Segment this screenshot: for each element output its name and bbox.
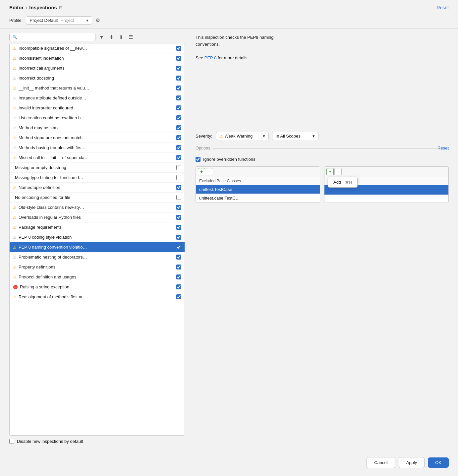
apply-button[interactable]: Apply (399, 457, 425, 468)
inspection-item[interactable]: ⚠Method signature does not match (10, 133, 185, 143)
inspection-checkbox[interactable] (176, 155, 181, 160)
inspection-checkbox[interactable] (176, 274, 181, 279)
search-input[interactable] (19, 34, 92, 39)
filter-button[interactable]: ▼ (97, 33, 106, 41)
inspection-item[interactable]: ⛔Raising a string exception (10, 282, 185, 292)
inspection-item[interactable]: ⚠Package requirements (10, 222, 185, 232)
inspection-checkbox[interactable] (176, 294, 181, 299)
inspection-checkbox[interactable] (176, 195, 181, 200)
inspection-item[interactable]: ⚠Overloads in regular Python files (10, 212, 185, 222)
inspection-checkbox[interactable] (176, 56, 181, 61)
inspection-item[interactable]: ⚠Invalid interpreter configured (10, 103, 185, 113)
add-excluded-button[interactable]: + (198, 168, 205, 175)
options-reset-button[interactable]: Reset (437, 146, 449, 150)
excluded-table-header: Excluded Base Classes (196, 177, 320, 185)
inspection-item[interactable]: ⚠Incompatible signatures of __new… (10, 43, 185, 53)
search-input-wrap[interactable]: 🔍 (9, 33, 95, 41)
breadcrumb-current: Inspections (29, 5, 57, 10)
inspection-checkbox[interactable] (176, 235, 181, 240)
inspection-item-label: Protocol definition and usages (19, 274, 176, 279)
inspection-item[interactable]: ⚠Instance attribute defined outside… (10, 93, 185, 103)
inspection-checkbox[interactable] (176, 105, 181, 110)
disable-new-inspections-checkbox[interactable] (9, 439, 14, 444)
inspection-checkbox[interactable] (176, 225, 181, 230)
inspection-item-label: Inconsistent indentation (19, 56, 176, 61)
add-ignored-button[interactable]: + (326, 168, 334, 175)
filter-icon: ▼ (99, 34, 104, 40)
inspection-checkbox[interactable] (176, 265, 181, 269)
inspection-checkbox[interactable] (176, 76, 181, 81)
profile-select[interactable]: Project Default Project ▾ (26, 16, 92, 25)
warn-icon: ⚠ (13, 275, 17, 279)
inspection-item[interactable]: ⚠PEP 8 naming convention violatio… (10, 242, 185, 252)
inspection-item[interactable]: ⚠Incorrect docstring (10, 73, 185, 83)
inspection-item[interactable]: ⚠Namedtuple definition (10, 183, 185, 193)
inspection-checkbox[interactable] (176, 86, 181, 90)
inspection-checkbox[interactable] (176, 46, 181, 51)
menu-button[interactable]: ☰ (127, 33, 135, 41)
warn-icon: ⚠ (13, 245, 17, 250)
remove-excluded-button[interactable]: − (206, 168, 213, 175)
excluded-table-toolbar: + − (196, 167, 320, 177)
inspection-checkbox[interactable] (176, 165, 181, 170)
inspection-item[interactable]: ⚠Inconsistent indentation (10, 53, 185, 63)
remove-ignored-button[interactable]: − (334, 168, 342, 175)
inspection-item[interactable]: ⚠Reassignment of method's first ar… (10, 292, 185, 302)
breadcrumb-editor[interactable]: Editor (9, 5, 24, 10)
inspection-item[interactable]: No encoding specified for file (10, 193, 185, 203)
inspection-item-label: PEP 8 naming convention violatio… (19, 245, 176, 250)
cancel-button[interactable]: Cancel (367, 457, 395, 468)
warn-icon: ⚠ (13, 235, 17, 240)
inspection-checkbox[interactable] (176, 95, 181, 100)
inspection-item[interactable]: ⚠Problematic nesting of decorators… (10, 252, 185, 262)
left-panel: 🔍 ▼ ⬍ ⬆ ☰ ⚠Incompatible signatures of _ (9, 33, 185, 444)
pep8-link[interactable]: PEP 8 (204, 55, 217, 60)
inspection-item[interactable]: ⚠Incorrect call arguments (10, 63, 185, 73)
inspection-checkbox[interactable] (176, 205, 181, 210)
breadcrumb: Editor › Inspections ⊟ (9, 5, 62, 10)
inspection-checkbox[interactable] (176, 135, 181, 140)
inspection-item[interactable]: ⚠__init__ method that returns a valu… (10, 83, 185, 93)
inspection-item[interactable]: ⚠Method may be static (10, 123, 185, 133)
inspection-item[interactable]: ⚠Missed call to __init__ of super cla… (10, 153, 185, 163)
severity-value: Weak Warning (225, 134, 253, 139)
ignore-overridden-checkbox[interactable] (196, 157, 200, 162)
collapse-all-button[interactable]: ⬆ (117, 33, 125, 41)
inspection-checkbox[interactable] (176, 185, 181, 190)
inspection-checkbox[interactable] (176, 284, 181, 289)
inspection-item-label: Method signature does not match (19, 135, 176, 140)
ignored-table-toolbar: + − (324, 167, 448, 177)
inspection-checkbox[interactable] (176, 245, 181, 250)
expand-all-button[interactable]: ⬍ (108, 33, 115, 41)
severity-select[interactable]: ⚠ Weak Warning ▾ (216, 132, 269, 140)
inspection-item-label: No encoding specified for file (15, 195, 176, 200)
inspection-item-label: Incompatible signatures of __new… (19, 46, 176, 51)
main-content: 🔍 ▼ ⬍ ⬆ ☰ ⚠Incompatible signatures of _ (0, 29, 458, 444)
inspection-item[interactable]: Missing or empty docstring (10, 163, 185, 173)
warn-icon: ⚠ (13, 126, 17, 130)
inspection-checkbox[interactable] (176, 215, 181, 220)
reset-button[interactable]: Reset (436, 5, 449, 10)
inspection-item[interactable]: Missing type hinting for function d… (10, 173, 185, 183)
scope-select[interactable]: In All Scopes ▾ (272, 132, 318, 140)
inspection-checkbox[interactable] (176, 255, 181, 260)
inspection-checkbox[interactable] (176, 125, 181, 130)
inspection-item[interactable]: ⚠List creation could be rewritten b… (10, 113, 185, 123)
ok-button[interactable]: OK (428, 457, 449, 468)
excluded-cell-1[interactable]: unittest.case.TestC… (196, 194, 320, 203)
inspection-item-label: Instance attribute defined outside… (19, 95, 176, 100)
inspection-checkbox[interactable] (176, 175, 181, 180)
tables-row: + − Excluded Base Classes unittest.TestC… (196, 166, 449, 203)
inspection-item[interactable]: ⚠Protocol definition and usages (10, 272, 185, 282)
inspection-item[interactable]: ⚠Property definitions (10, 262, 185, 272)
gear-button[interactable]: ⚙ (95, 17, 100, 24)
inspection-checkbox[interactable] (176, 145, 181, 150)
inspection-list: ⚠Incompatible signatures of __new…⚠Incon… (9, 43, 185, 436)
inspection-checkbox[interactable] (176, 115, 181, 120)
inspection-item[interactable]: ⚠PEP 8 coding style violation (10, 232, 185, 242)
inspection-item[interactable]: ⚠Methods having troubles with firs… (10, 143, 185, 153)
inspection-item[interactable]: ⚠Old-style class contains new-sty… (10, 203, 185, 212)
warn-icon: ⚠ (13, 225, 17, 230)
inspection-checkbox[interactable] (176, 66, 181, 71)
excluded-cell-0[interactable]: unittest.TestCase (196, 185, 320, 194)
